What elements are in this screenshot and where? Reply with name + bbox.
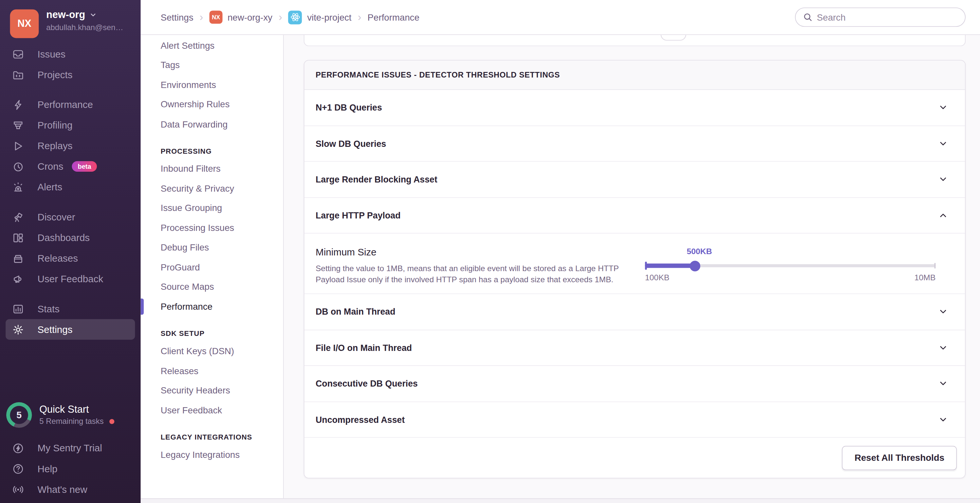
main-content: PERFORMANCE ISSUES - DETECTOR THRESHOLD …: [284, 35, 980, 498]
chevron-up-icon[interactable]: [938, 210, 948, 221]
detector-row-slow-db-queries[interactable]: Slow DB Queries: [304, 126, 965, 162]
sidebar-item-label: Profiling: [38, 120, 73, 131]
sidebar-item-my-sentry-trial[interactable]: My Sentry Trial: [0, 438, 141, 459]
dashboards-icon: [13, 232, 24, 243]
settings-nav-issue-grouping[interactable]: Issue Grouping: [161, 198, 283, 218]
settings-nav-tags[interactable]: Tags: [161, 55, 283, 75]
breadcrumb-org[interactable]: NX new-org-xy: [210, 11, 272, 24]
lightning-icon: [13, 99, 24, 110]
org-badge-icon: NX: [210, 11, 223, 24]
slider-min-label: 100KB: [645, 273, 670, 282]
settings-nav-debug-files[interactable]: Debug Files: [161, 238, 283, 257]
panel-footer: Reset All Thresholds: [304, 438, 965, 478]
sidebar-item-issues[interactable]: Issues: [0, 44, 141, 64]
breadcrumb-project[interactable]: vite-project: [288, 11, 352, 24]
sidebar-item-label: Crons: [38, 161, 64, 172]
settings-nav-processing-issues[interactable]: Processing Issues: [161, 218, 283, 238]
settings-nav-proguard[interactable]: ProGuard: [161, 257, 283, 277]
settings-nav-section-processing: PROCESSING: [161, 147, 283, 155]
sidebar-item-releases[interactable]: Releases: [0, 248, 141, 268]
detector-row-large-http-payload[interactable]: Large HTTP Payload: [304, 198, 965, 233]
settings-nav-legacy-integrations[interactable]: Legacy Integrations: [161, 445, 283, 464]
sidebar-item-label: What's new: [38, 484, 88, 495]
sidebar-item-projects[interactable]: Projects: [0, 64, 141, 85]
quick-start-subtitle: 5 Remaining tasks: [39, 417, 103, 426]
profiling-icon: [13, 120, 24, 131]
chevron-down-icon[interactable]: [938, 379, 948, 389]
detector-row-db-on-main-thread[interactable]: DB on Main Thread: [304, 294, 965, 330]
org-avatar[interactable]: NX: [10, 10, 39, 38]
detector-row-file-io-on-main-thread[interactable]: File I/O on Main Thread: [304, 330, 965, 366]
org-switcher[interactable]: NX new-org abdullah.khan@sen…: [0, 0, 141, 44]
sidebar-item-label: Stats: [38, 303, 60, 314]
sidebar-item-replays[interactable]: Replays: [0, 135, 141, 156]
settings-nav-inbound-filters[interactable]: Inbound Filters: [161, 159, 283, 179]
question-circle-icon: [13, 463, 24, 474]
box-icon: [13, 252, 24, 263]
sidebar-item-discover[interactable]: Discover: [0, 207, 141, 227]
gear-icon: [13, 324, 24, 335]
settings-nav-environments[interactable]: Environments: [161, 75, 283, 95]
sidebar-item-alerts[interactable]: Alerts: [0, 177, 141, 197]
large-http-payload-settings: Minimum Size Setting the value to 1MB, m…: [304, 233, 965, 294]
slider-track[interactable]: [645, 264, 936, 268]
sidebar-item-label: Discover: [38, 211, 75, 222]
chevron-down-icon[interactable]: [938, 343, 948, 353]
chevron-down-icon[interactable]: [938, 414, 948, 425]
sidebar-item-label: My Sentry Trial: [38, 443, 102, 454]
search-input[interactable]: [817, 12, 958, 22]
reset-all-thresholds-button[interactable]: Reset All Thresholds: [842, 446, 957, 470]
settings-nav-client-keys[interactable]: Client Keys (DSN): [161, 341, 283, 361]
sidebar-item-stats[interactable]: Stats: [0, 298, 141, 319]
settings-nav-security-privacy[interactable]: Security & Privacy: [161, 179, 283, 198]
sidebar-item-whats-new[interactable]: What's new: [0, 479, 141, 500]
chevron-down-icon[interactable]: [938, 174, 948, 184]
chevron-down-icon[interactable]: [938, 103, 948, 113]
sidebar-item-profiling[interactable]: Profiling: [0, 115, 141, 135]
cutoff-control: [660, 34, 686, 41]
play-icon: [13, 140, 24, 151]
settings-nav-performance[interactable]: Performance: [161, 297, 283, 316]
detector-row-n1-db-queries[interactable]: N+1 DB Queries: [304, 90, 965, 126]
top-header: Settings › NX new-org-xy › vite-project: [141, 0, 980, 35]
breadcrumb-settings[interactable]: Settings: [161, 12, 193, 22]
detector-row-uncompressed-asset[interactable]: Uncompressed Asset: [304, 402, 965, 438]
settings-nav-alert-settings[interactable]: Alert Settings: [161, 36, 283, 55]
chevron-down-icon[interactable]: [938, 138, 948, 149]
search-box[interactable]: [795, 8, 966, 27]
sidebar-item-performance[interactable]: Performance: [0, 94, 141, 115]
settings-nav-section-sdk-setup: SDK SETUP: [161, 329, 283, 337]
sidebar-item-label: Releases: [38, 252, 78, 263]
sidebar-item-label: Performance: [38, 99, 93, 110]
sidebar-item-settings[interactable]: Settings: [6, 319, 135, 340]
sidebar-item-crons[interactable]: Crons beta: [0, 156, 141, 177]
settings-nav-ownership-rules[interactable]: Ownership Rules: [161, 95, 283, 114]
setting-name: Minimum Size: [315, 247, 630, 258]
detector-row-consecutive-db-queries[interactable]: Consecutive DB Queries: [304, 366, 965, 402]
siren-icon: [13, 181, 24, 193]
sidebar-item-label: Dashboards: [38, 232, 90, 243]
breadcrumb-separator: ›: [200, 12, 203, 22]
settings-nav-security-headers[interactable]: Security Headers: [161, 381, 283, 400]
detector-row-large-render-blocking-asset[interactable]: Large Render Blocking Asset: [304, 162, 965, 198]
settings-nav-data-forwarding[interactable]: Data Forwarding: [161, 114, 283, 134]
org-name-dropdown[interactable]: new-org: [46, 10, 123, 21]
slider-value-label: 500KB: [687, 247, 712, 256]
settings-nav-source-maps[interactable]: Source Maps: [161, 277, 283, 297]
quick-start[interactable]: 5 Quick Start 5 Remaining tasks: [0, 402, 141, 427]
settings-nav-user-feedback[interactable]: User Feedback: [161, 400, 283, 420]
beta-badge: beta: [72, 161, 97, 172]
sidebar-item-label: Projects: [38, 69, 73, 80]
sidebar-item-label: Help: [38, 463, 57, 474]
sidebar-item-user-feedback[interactable]: User Feedback: [0, 268, 141, 289]
chevron-down-icon: [89, 11, 97, 19]
trial-lightning-circle-icon: [13, 443, 24, 454]
quick-start-title: Quick Start: [39, 403, 114, 415]
settings-nav: Alert Settings Tags Environments Ownersh…: [141, 35, 284, 498]
chevron-down-icon[interactable]: [938, 307, 948, 317]
issues-icon: [13, 48, 24, 60]
slider-thumb[interactable]: [690, 260, 700, 271]
sidebar-item-dashboards[interactable]: Dashboards: [0, 227, 141, 248]
settings-nav-releases[interactable]: Releases: [161, 361, 283, 381]
sidebar-item-help[interactable]: Help: [0, 459, 141, 479]
